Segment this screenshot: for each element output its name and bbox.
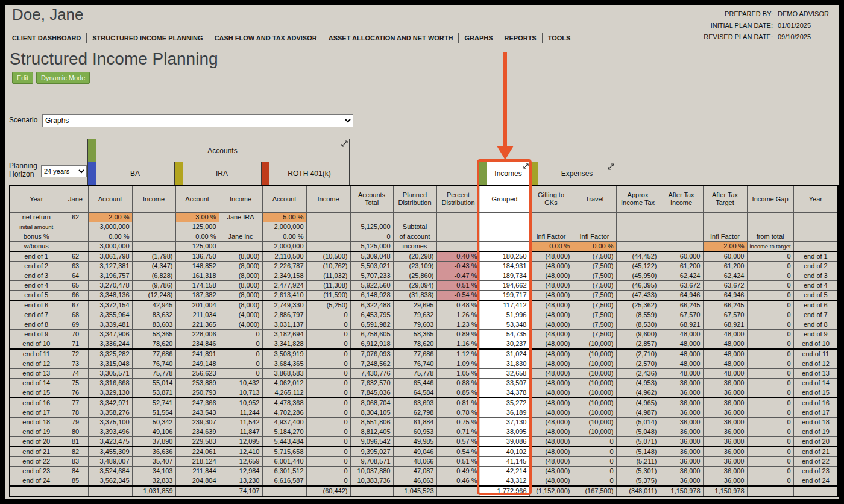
table-cell: (48,000) (529, 408, 573, 417)
table-cell: 10,383,736 (350, 476, 393, 486)
table-row: end of 6673,372,15442,945201,004(8,000)2… (10, 300, 838, 310)
column-header: Account (175, 186, 219, 212)
table-cell: 64 (63, 271, 88, 280)
table-cell: 74,107 (219, 486, 262, 496)
table-cell: 0 (747, 368, 793, 378)
table-cell (219, 222, 262, 232)
column-header: Jane (63, 186, 88, 212)
table-cell: end of 6 (10, 300, 63, 310)
table-cell: 37,890 (132, 436, 175, 447)
table-cell: 58,365 (393, 329, 436, 339)
expand-icon[interactable] (341, 140, 348, 147)
table-cell: 75,778 (393, 368, 436, 378)
table-cell: 82 (63, 447, 88, 457)
table-cell: 2,226,787 (262, 261, 306, 271)
expand-icon[interactable] (608, 163, 614, 170)
table-cell: 5,503,021 (350, 261, 393, 271)
table-cell (616, 241, 660, 251)
table-cell: 0 (350, 232, 393, 241)
table-cell: 62,424 (660, 271, 703, 280)
table-cell: 4,478,368 (262, 398, 306, 408)
table-cell: 3,127,381 (88, 261, 132, 271)
table-cell: (48,000) (529, 310, 573, 320)
table-cell: 75 (63, 378, 88, 388)
nav-structured-income-planning[interactable]: STRUCTURED INCOME PLANNING (87, 33, 209, 43)
table-cell: (9,786) (132, 280, 175, 290)
expand-icon[interactable] (523, 163, 529, 169)
table-cell: end of 22 (793, 456, 838, 466)
edit-button[interactable]: Edit (12, 72, 33, 84)
table-cell: 0.48 % (436, 300, 480, 310)
column-header: Income Gap (747, 186, 793, 212)
table-cell: (10,000) (573, 378, 616, 388)
table-cell: 0 (306, 398, 350, 408)
table-cell: 0 (747, 417, 793, 427)
table-cell: 36,000 (660, 388, 703, 398)
nav-graphs[interactable]: GRAPHS (459, 33, 499, 43)
table-cell: 8,068,704 (350, 398, 393, 408)
table-cell (480, 232, 529, 241)
table-cell: 63,672 (703, 280, 747, 290)
nav-asset-allocation-and-net-worth[interactable]: ASSET ALLOCATION AND NET WORTH (323, 33, 459, 43)
table-cell: end of 8 (793, 320, 838, 329)
table-cell: 35,407 (132, 456, 175, 466)
table-cell: 37,130 (480, 417, 529, 427)
table-cell (436, 232, 480, 241)
table-cell: 11,847 (219, 427, 262, 436)
dynamic-mode-button[interactable]: Dynamic Mode (36, 72, 90, 84)
table-cell: initial amount (10, 222, 63, 232)
nav-client-dashboard[interactable]: CLIENT DASHBOARD (12, 33, 87, 43)
table-cell: 7,430,776 (350, 368, 393, 378)
scenario-select[interactable]: Graphs (42, 114, 353, 127)
table-cell: 58,365 (132, 329, 175, 339)
table-cell (660, 212, 703, 222)
table-cell: 0 (747, 300, 793, 310)
table-cell: 0 (747, 408, 793, 417)
roth-color-chip (262, 162, 269, 185)
table-cell: 36,000 (703, 436, 747, 447)
table-cell: 0.81 % (436, 398, 480, 408)
table-cell: 35,272 (480, 398, 529, 408)
table-cell: end of 21 (10, 447, 63, 457)
column-header: Year (10, 186, 63, 212)
table-cell: 1.26 % (436, 310, 480, 320)
nav-tools[interactable]: TOOLS (543, 33, 576, 43)
table-cell: (48,000) (529, 300, 573, 310)
table-cell: 0 (306, 466, 350, 476)
planning-horizon-select[interactable]: 24 years (41, 165, 87, 177)
table-cell: 0 (573, 456, 616, 466)
nav-reports[interactable]: REPORTS (499, 33, 543, 43)
table-cell: 0 (573, 476, 616, 486)
table-cell (480, 241, 529, 251)
table-cell (660, 241, 703, 251)
table-cell: end of 11 (793, 349, 838, 359)
table-cell: 36,000 (703, 466, 747, 476)
table-cell: 9,096,542 (350, 436, 393, 447)
table-cell: 60,953 (393, 427, 436, 436)
ba-color-chip (88, 162, 96, 185)
column-header: Travel (573, 186, 616, 212)
table-cell: 0 (747, 359, 793, 368)
nav-cash-flow-and-tax-advisor[interactable]: CASH FLOW AND TAX ADVISOR (209, 33, 323, 43)
table-cell: (48,000) (529, 349, 573, 359)
table-cell: (7,500) (573, 329, 616, 339)
table-row: end of 15763,329,13053,871250,79310,7134… (10, 388, 838, 398)
table-cell: 47,087 (393, 466, 436, 476)
table-cell: (4,000) (219, 320, 262, 329)
table-cell: 55,014 (132, 378, 175, 388)
table-cell: (10,000) (573, 368, 616, 378)
table-row: end of 24853,562,34532,833204,80413,2306… (10, 476, 838, 486)
table-cell: 36,636 (132, 447, 175, 457)
table-cell: 249,148 (175, 359, 219, 368)
table-cell: 2,110,500 (262, 251, 306, 262)
table-cell: (10,000) (573, 398, 616, 408)
table-cell: 2,749,330 (262, 300, 306, 310)
table-cell: 66,245 (703, 300, 747, 310)
table-cell: 0 (306, 329, 350, 339)
totals-row: 1,031,85974,107(60,442)1,045,5231,772,96… (10, 486, 838, 496)
table-cell: 0 (219, 359, 262, 368)
table-cell: bonus % (10, 232, 63, 241)
table-cell (660, 232, 703, 241)
table-cell: 62 (63, 212, 88, 222)
table-cell: end of 5 (793, 290, 838, 300)
